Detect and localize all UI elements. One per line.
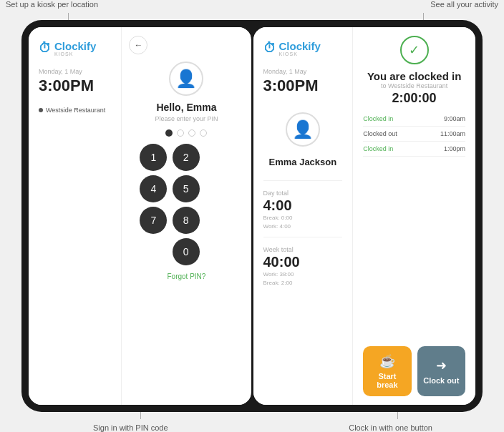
numpad-empty-2: [205, 175, 232, 202]
break-label: Start break: [367, 372, 407, 389]
annotation-bottom-right: Clock in with one button: [349, 423, 432, 432]
day-total-time: 4:00: [263, 197, 343, 214]
emma-avatar-icon: 👤: [292, 119, 314, 139]
left-tablet-right-panel: ← 👤 Hello, Emma Please enter your PIN 1 …: [122, 27, 251, 405]
divider-1: [263, 180, 343, 181]
numpad-empty-1: [205, 144, 232, 171]
right-date: Monday, 1 May: [263, 68, 343, 75]
num-btn-7[interactable]: 7: [140, 207, 167, 234]
user-section: 👤 Emma Jackson: [263, 112, 343, 167]
divider-2: [263, 237, 343, 237]
right-logo-area: ⏱ Clockify KIOSK: [263, 40, 343, 57]
clocked-in-title: You are clocked in: [363, 70, 465, 82]
left-logo-area: ⏱ Clockify KIOSK: [39, 40, 111, 57]
pin-dot-2: [177, 129, 184, 137]
clock-out-button[interactable]: ➜ Clock out: [417, 346, 465, 396]
num-btn-8[interactable]: 8: [173, 207, 200, 234]
pin-dot-4: [200, 129, 207, 137]
numpad-empty-5: [205, 238, 232, 265]
user-avatar: 👤: [169, 62, 203, 96]
action-buttons: ☕ Start break ➜ Clock out: [363, 340, 465, 396]
day-total-label: Day total: [263, 190, 343, 197]
pin-dot-1: [165, 129, 173, 137]
activity-label-3: Clocked in: [363, 145, 393, 152]
right-tablet-screen: ⏱ Clockify KIOSK Monday, 1 May 3:00PM 👤 …: [253, 27, 476, 405]
annotation-bottom-left: Sign in with PIN code: [93, 423, 168, 432]
numpad-empty-3: [205, 207, 232, 234]
location-dot-icon: [39, 108, 43, 112]
activity-label-2: Clocked out: [363, 130, 397, 137]
right-kiosk-label: KIOSK: [279, 51, 321, 57]
num-btn-2[interactable]: 2: [173, 144, 200, 171]
clocked-in-sub: to Westside Restaurant: [363, 82, 465, 89]
check-symbol: ✓: [409, 42, 420, 58]
back-button[interactable]: ←: [129, 36, 147, 54]
day-total-section: Day total 4:00 Break: 0:00 Work: 4:00: [263, 190, 343, 231]
clockout-arrow-icon: ➜: [436, 358, 447, 373]
numpad-empty-4: [140, 238, 167, 265]
activity-time-3: 1:00pm: [444, 145, 465, 152]
break-cup-icon: ☕: [379, 353, 395, 369]
right-logo-text: Clockify: [279, 40, 321, 52]
annotation-top-right: See all your activity: [430, 0, 498, 9]
user-name: Emma Jackson: [269, 157, 337, 167]
num-btn-1[interactable]: 1: [140, 144, 167, 171]
right-tablet-right-panel: ✓ You are clocked in to Westside Restaur…: [353, 27, 475, 405]
hello-text: Hello, Emma: [156, 102, 216, 113]
activity-row-1: Clocked in 9:00am: [363, 112, 465, 127]
week-total-section: Week total 40:00 Work: 38:00 Break: 2:00: [263, 246, 343, 288]
numpad: 1 2 4 5 7 8 0: [140, 144, 233, 265]
clocked-in-check-icon: ✓: [400, 36, 429, 64]
page-wrapper: Set up a kiosk per location See all your…: [0, 0, 504, 432]
week-total-label: Week total: [263, 246, 343, 253]
num-btn-0[interactable]: 0: [173, 238, 200, 265]
start-break-button[interactable]: ☕ Start break: [363, 346, 411, 396]
left-kiosk-label: KIOSK: [54, 51, 96, 57]
left-location-text: Westside Restaurant: [46, 107, 105, 114]
num-btn-5[interactable]: 5: [173, 175, 200, 202]
emma-avatar: 👤: [286, 112, 320, 147]
left-time: 3:00PM: [39, 77, 111, 95]
activity-row-2: Clocked out 11:00am: [363, 127, 465, 142]
clockout-label: Clock out: [423, 376, 459, 385]
right-tablet-left-panel: ⏱ Clockify KIOSK Monday, 1 May 3:00PM 👤 …: [253, 27, 354, 405]
annotation-top-left: Set up a kiosk per location: [6, 0, 98, 9]
left-location: Westside Restaurant: [39, 107, 111, 114]
day-breakdown: Break: 0:00 Work: 4:00: [263, 214, 343, 231]
user-avatar-icon: 👤: [175, 69, 197, 89]
pin-dots-area: [165, 129, 207, 137]
pin-dot-3: [188, 129, 195, 137]
right-time: 3:00PM: [263, 77, 343, 95]
elapsed-time: 2:00:00: [363, 91, 465, 106]
left-tablet-left-panel: ⏱ Clockify KIOSK Monday, 1 May 3:00PM We…: [29, 27, 122, 405]
left-logo-text: Clockify: [54, 40, 96, 52]
clockify-logo-icon: ⏱: [39, 41, 52, 56]
num-btn-4[interactable]: 4: [140, 175, 167, 202]
tablet-frame: ⏱ Clockify KIOSK Monday, 1 May 3:00PM We…: [21, 20, 483, 412]
activity-time-1: 9:00am: [444, 115, 465, 122]
left-tablet-screen: ⏱ Clockify KIOSK Monday, 1 May 3:00PM We…: [29, 27, 251, 405]
week-total-time: 40:00: [263, 254, 343, 270]
week-breakdown: Work: 38:00 Break: 2:00: [263, 270, 343, 288]
right-clockify-logo-icon: ⏱: [263, 41, 276, 56]
activity-label-1: Clocked in: [363, 115, 393, 122]
activity-row-3: Clocked in 1:00pm: [363, 142, 465, 157]
enter-pin-text: Please enter your PIN: [155, 115, 218, 122]
forgot-pin-link[interactable]: Forgot PIN?: [167, 273, 205, 280]
activity-time-2: 11:00am: [440, 130, 465, 137]
left-date: Monday, 1 May: [39, 68, 111, 75]
